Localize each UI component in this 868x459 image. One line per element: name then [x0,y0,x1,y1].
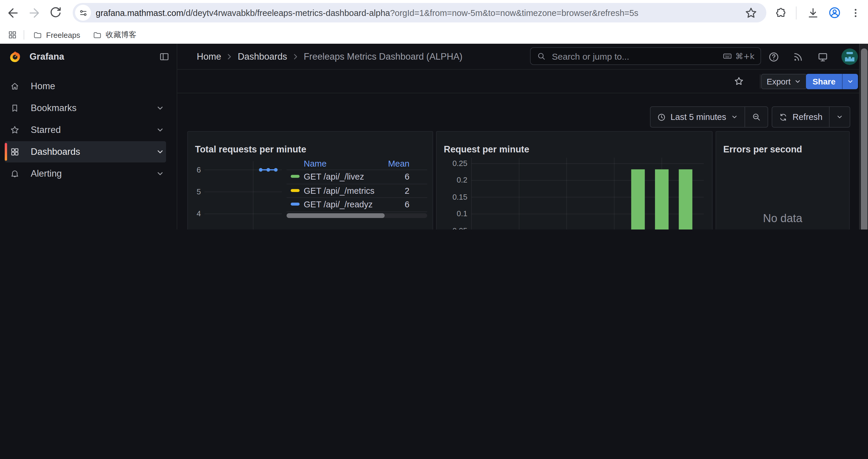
breadcrumb-dashboards[interactable]: Dashboards [238,51,287,62]
legend-row[interactable]: GET /api/_/readyz6 [286,197,427,211]
chevron-down-icon [794,78,801,85]
series-value: 6 [405,200,409,209]
bookmark-folder-freeleaps[interactable]: Freeleaps [33,30,80,39]
chevron-down-icon[interactable] [156,169,164,178]
sidebar: Grafana Home Bookmarks Starred [0,44,177,230]
breadcrumb-current: Freeleaps Metrics Dashboard (ALPHA) [304,51,463,62]
table-scrollbar-thumb[interactable] [286,213,385,218]
sidebar-item-label: Home [31,81,55,92]
vertical-scrollbar-thumb[interactable] [861,48,867,230]
table-separator [286,211,427,212]
series-value: 6 [405,172,409,182]
time-range-label: Last 5 minutes [670,112,726,122]
sidebar-item-alerting[interactable]: Alerting [5,163,166,184]
help-icon[interactable] [768,52,779,63]
main-area: Home Dashboards Freeleaps Metrics Dashbo… [177,44,859,230]
share-caret-button[interactable] [842,74,858,89]
refresh-group: Refresh [772,106,850,128]
folder-icon [33,30,42,39]
search-box[interactable]: ⌘+k [530,47,761,65]
search-input[interactable] [551,51,723,62]
panel-title[interactable]: Request per minute [444,144,529,155]
column-header-name[interactable]: Name [304,159,327,168]
breadcrumb-home[interactable]: Home [197,51,221,62]
back-icon[interactable] [6,6,20,20]
chevron-down-icon[interactable] [156,148,164,156]
search-shortcut: ⌘+k [723,52,754,61]
share-button-group: Share [806,74,858,89]
table-scrollbar[interactable] [286,213,427,218]
bookmark-label: Freeleaps [46,30,80,39]
bookmarks-separator [24,30,24,40]
grafana-app: Grafana Home Bookmarks Starred [0,44,868,230]
chevron-down-icon[interactable] [156,126,164,134]
chevron-down-icon[interactable] [156,104,164,112]
sidebar-item-label: Alerting [31,168,62,179]
sidebar-item-bookmarks[interactable]: Bookmarks [5,97,166,119]
downloads-icon[interactable] [807,6,819,20]
chevron-down-icon [731,113,738,121]
reload-icon[interactable] [49,6,63,20]
refresh-button[interactable]: Refresh [772,107,829,127]
panel-title[interactable]: Total requests per minute [195,144,306,155]
refresh-interval-caret[interactable] [829,107,850,127]
apps-grid-icon[interactable] [8,30,17,40]
breadcrumb: Home Dashboards Freeleaps Metrics Dashbo… [197,51,462,62]
legend-row[interactable]: GET /api/_/livez6 [286,169,427,183]
sidebar-item-home[interactable]: Home [5,76,166,97]
zoom-out-button[interactable] [745,107,768,127]
menu-kebab-icon[interactable] [850,7,862,19]
refresh-label: Refresh [793,112,823,122]
zoom-out-icon [752,112,761,122]
dashboard-toolbar: Export Share [177,70,859,93]
sidebar-item-label: Dashboards [31,146,80,157]
legend-table: NameMeanGET /api/_/livez6GET /api/_/metr… [286,159,427,220]
series-value: 2 [405,186,409,195]
legend-row[interactable]: GET /api/_/metrics2 [286,184,427,197]
sidebar-toggle-icon[interactable] [159,52,169,62]
panel-errors-per-second: Errors per second No data [716,131,850,230]
clock-icon [657,112,665,121]
home-icon [10,81,20,91]
grafana-logo-icon[interactable] [9,50,21,63]
sidebar-item-dashboards[interactable]: Dashboards [5,141,166,162]
extensions-icon[interactable] [775,7,787,20]
sidebar-item-label: Bookmarks [31,103,76,113]
panel-total-requests: Total requests per minute 6543217:40 Nam… [187,131,433,230]
url-path: /d/deytv4rwavabkb/freeleaps-metrics-dash… [183,8,390,18]
folder-icon [93,30,102,39]
series-color-pill [291,203,300,205]
bookmark-icon [10,103,20,113]
user-avatar[interactable] [841,48,858,65]
forward-icon[interactable] [27,6,41,20]
sidebar-item-label: Starred [31,125,61,135]
column-header[interactable]: Mean [388,159,409,168]
address-bar[interactable]: grafana.mathmast.com/d/deytv4rwavabkb/fr… [73,3,766,23]
series-color-pill [291,189,300,192]
monitor-icon[interactable] [817,52,829,63]
export-label: Export [767,77,790,86]
bookmark-folder-blogs[interactable]: 收藏博客 [93,30,136,40]
bookmark-star-icon[interactable] [745,6,757,20]
profile-icon[interactable] [828,6,841,20]
site-settings-icon[interactable] [75,5,91,21]
brand-title: Grafana [30,52,64,62]
page-header: Home Dashboards Freeleaps Metrics Dashbo… [177,44,859,70]
favorite-star-icon[interactable] [734,76,744,86]
chevron-down-icon [847,78,854,85]
series-name: GET /api/_/livez [304,172,364,182]
series-name: GET /api/_/readyz [304,200,373,209]
panel-title[interactable]: Errors per second [723,144,802,155]
keyboard-icon [723,52,733,61]
share-button[interactable]: Share [806,74,842,89]
vertical-scrollbar[interactable] [859,44,868,230]
time-range-group: Last 5 minutes [650,106,768,128]
sidebar-nav: Home Bookmarks Starred Dashboards [0,76,177,185]
sidebar-item-starred[interactable]: Starred [5,119,166,140]
news-rss-icon[interactable] [793,52,804,63]
dashboards-grid-icon [10,147,20,157]
search-icon [536,52,546,61]
url-query: ?orgId=1&from=now-5m&to=now&timezone=bro… [390,8,639,18]
export-button[interactable]: Export [761,74,807,89]
time-range-picker[interactable]: Last 5 minutes [650,107,745,127]
